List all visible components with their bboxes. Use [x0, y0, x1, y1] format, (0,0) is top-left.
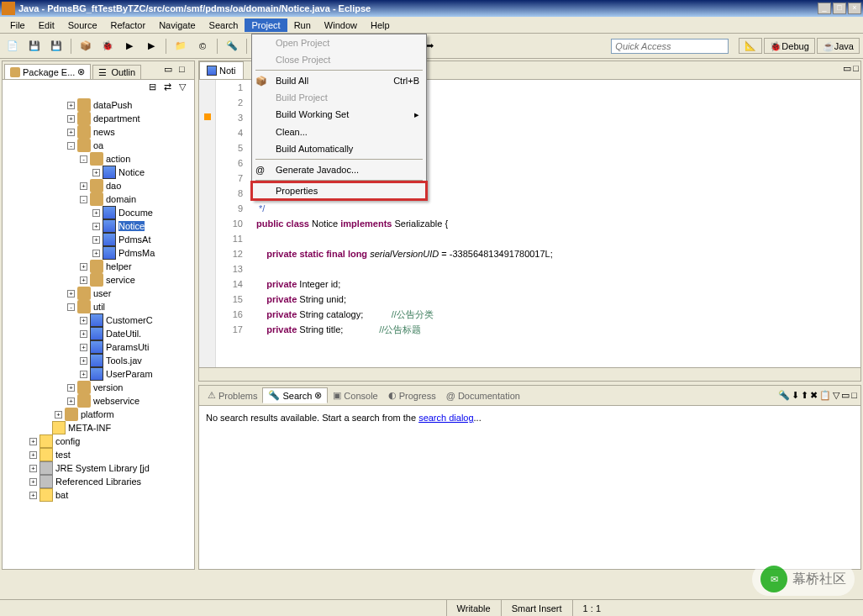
- collapse-all-icon[interactable]: ⊟: [149, 82, 162, 95]
- tree-expand-icon[interactable]: +: [92, 236, 100, 244]
- tree-node-news[interactable]: +news: [4, 125, 192, 139]
- tree-expand-icon[interactable]: +: [92, 223, 100, 230]
- tab-outline[interactable]: ☰ Outlin: [92, 65, 141, 79]
- menu-properties[interactable]: Properties: [252, 182, 426, 199]
- link-editor-icon[interactable]: ⇄: [164, 82, 177, 95]
- tree-node-referencedlibraries[interactable]: +Referenced Libraries: [4, 475, 192, 488]
- menu-generate-javadoc[interactable]: @ Generate Javadoc...: [252, 161, 426, 178]
- tree-expand-icon[interactable]: +: [80, 371, 87, 378]
- run-last-button[interactable]: ▶: [142, 37, 160, 55]
- tree-expand-icon[interactable]: +: [80, 357, 87, 365]
- maximize-button[interactable]: □: [833, 3, 846, 14]
- quick-access-input[interactable]: [611, 39, 729, 54]
- menu-clean[interactable]: Clean...: [252, 124, 426, 140]
- menu-window[interactable]: Window: [318, 18, 364, 32]
- tree-expand-icon[interactable]: +: [29, 478, 37, 486]
- tree-expand-icon[interactable]: +: [67, 290, 75, 297]
- tab-documentation[interactable]: @Documentation: [441, 389, 525, 403]
- tree-node-paramsuti[interactable]: +ParamsUti: [4, 340, 192, 354]
- tree-expand-icon[interactable]: +: [67, 102, 75, 109]
- tree-node-docume[interactable]: +Docume: [4, 206, 192, 219]
- tab-console[interactable]: ▣Console: [328, 388, 382, 403]
- editor-tab-notice[interactable]: Noti: [199, 61, 244, 79]
- tree-node-webservice[interactable]: +webservice: [4, 394, 192, 408]
- editor-restore-icon[interactable]: ▭: [843, 63, 851, 77]
- perspective-java[interactable]: ☕Java: [817, 38, 860, 54]
- view-maximize-icon[interactable]: □: [179, 64, 192, 77]
- tree-node-userparam[interactable]: +UserParam: [4, 367, 192, 381]
- tree-node-bat[interactable]: +bat: [4, 488, 192, 502]
- debug-button[interactable]: 🐞: [98, 37, 117, 55]
- tree-expand-icon[interactable]: -: [67, 142, 75, 150]
- view-menu-icon[interactable]: ▽: [179, 82, 192, 95]
- menu-search[interactable]: Search: [203, 18, 245, 32]
- open-perspective-button[interactable]: 📐: [739, 38, 762, 54]
- search-dialog-link[interactable]: search dialog: [418, 413, 473, 423]
- tree-expand-icon[interactable]: +: [80, 182, 87, 190]
- tree-node-version[interactable]: +version: [4, 381, 192, 394]
- tree-node-service[interactable]: +service: [4, 273, 192, 287]
- tree-expand-icon[interactable]: +: [29, 465, 37, 472]
- tree-expand-icon[interactable]: -: [80, 155, 87, 163]
- menu-navigate[interactable]: Navigate: [152, 18, 202, 32]
- tree-expand-icon[interactable]: -: [80, 196, 87, 203]
- search-next-icon[interactable]: ⬇: [792, 390, 799, 401]
- tree-node-notice[interactable]: +Notice: [4, 219, 192, 233]
- tree-node-platform[interactable]: +platform: [4, 408, 192, 421]
- editor-maximize-icon[interactable]: □: [853, 63, 859, 77]
- new-package-button[interactable]: 📁: [171, 37, 190, 55]
- tree-node-toolsjav[interactable]: +Tools.jav: [4, 354, 192, 367]
- menu-refactor[interactable]: Refactor: [104, 18, 153, 32]
- tree-node-datapush[interactable]: +dataPush: [4, 98, 192, 112]
- tab-problems[interactable]: ⚠Problems: [203, 388, 262, 403]
- menu-file[interactable]: File: [3, 18, 32, 32]
- search-history-icon[interactable]: 📋: [819, 390, 831, 401]
- save-all-button[interactable]: 💾: [47, 37, 66, 55]
- bottom-maximize-icon[interactable]: □: [851, 390, 857, 401]
- tree-expand-icon[interactable]: +: [29, 438, 37, 445]
- tree-node-notice[interactable]: +Notice: [4, 166, 192, 179]
- tree-expand-icon[interactable]: +: [80, 263, 87, 271]
- tab-progress[interactable]: ◐Progress: [383, 388, 441, 403]
- menu-build-automatically[interactable]: Build Automatically: [252, 140, 426, 157]
- perspective-debug[interactable]: 🐞Debug: [764, 38, 814, 54]
- editor-horizontal-scrollbar[interactable]: [199, 367, 860, 381]
- package-tree[interactable]: +dataPush+department+news-oa-action+Noti…: [3, 97, 194, 569]
- tree-node-dateutil[interactable]: +DateUtil.: [4, 327, 192, 340]
- tab-package-explorer[interactable]: Package E... ⊗: [4, 64, 91, 79]
- editor-gutter[interactable]: [199, 80, 216, 367]
- new-button[interactable]: 📄: [3, 37, 22, 55]
- tree-node-customerc[interactable]: +CustomerC: [4, 313, 192, 327]
- menu-run[interactable]: Run: [287, 18, 318, 32]
- menu-source[interactable]: Source: [61, 18, 104, 32]
- tree-expand-icon[interactable]: +: [55, 411, 62, 419]
- tree-expand-icon[interactable]: +: [92, 209, 100, 217]
- menu-edit[interactable]: Edit: [32, 18, 61, 32]
- tab-close-icon[interactable]: ⊗: [314, 390, 322, 401]
- menu-build-working-set[interactable]: Build Working Set▸: [252, 106, 426, 124]
- warning-marker-icon[interactable]: [204, 113, 211, 120]
- tab-search[interactable]: 🔦Search ⊗: [262, 387, 328, 403]
- search-prev-icon[interactable]: ⬆: [801, 390, 808, 401]
- tree-node-domain[interactable]: -domain: [4, 192, 192, 206]
- close-button[interactable]: ×: [848, 3, 861, 14]
- tree-expand-icon[interactable]: +: [67, 129, 75, 136]
- tree-expand-icon[interactable]: +: [80, 276, 87, 284]
- menu-help[interactable]: Help: [364, 18, 397, 32]
- tree-node-test[interactable]: +test: [4, 448, 192, 461]
- tree-expand-icon[interactable]: +: [67, 384, 75, 392]
- minimize-button[interactable]: _: [818, 3, 831, 14]
- bottom-view-menu-icon[interactable]: ▽: [833, 390, 839, 401]
- menu-project[interactable]: Project: [245, 18, 287, 32]
- bottom-minimize-icon[interactable]: ▭: [841, 390, 850, 401]
- search-button[interactable]: 🔦: [223, 37, 241, 55]
- tree-node-util[interactable]: -util: [4, 300, 192, 313]
- tree-node-pdmsat[interactable]: +PdmsAt: [4, 233, 192, 246]
- search-again-icon[interactable]: 🔦: [778, 390, 790, 401]
- new-class-button[interactable]: ©: [193, 37, 212, 55]
- tree-expand-icon[interactable]: +: [29, 451, 37, 459]
- tree-expand-icon[interactable]: +: [80, 344, 87, 351]
- tree-node-dao[interactable]: +dao: [4, 179, 192, 192]
- tree-expand-icon[interactable]: +: [29, 492, 37, 499]
- save-button[interactable]: 💾: [25, 37, 44, 55]
